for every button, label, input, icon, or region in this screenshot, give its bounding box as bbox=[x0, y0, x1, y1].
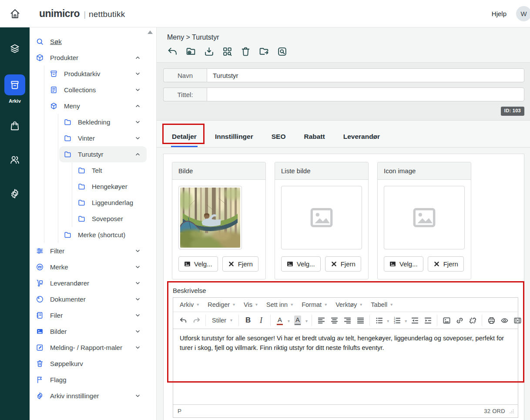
editor-menu-rediger[interactable]: Rediger▾ bbox=[203, 299, 239, 310]
editor-menu-vis[interactable]: Vis▾ bbox=[239, 299, 262, 310]
nav-item-collections[interactable]: Collections bbox=[30, 82, 156, 98]
nav-item-dokumenter[interactable]: Dokumenter bbox=[30, 291, 156, 307]
nav-item-produktarkiv[interactable]: Produktarkiv bbox=[30, 66, 156, 82]
nav-item-arkiv-innstillinger[interactable]: Arkiv innstillinger bbox=[30, 388, 156, 404]
insert-image-button[interactable] bbox=[440, 314, 453, 326]
move-folder-button[interactable] bbox=[258, 46, 269, 57]
select-image-button[interactable]: Velg... bbox=[178, 256, 218, 272]
layers-icon[interactable] bbox=[9, 43, 20, 54]
editor-menu-tabell[interactable]: Tabell▾ bbox=[366, 299, 397, 310]
nav-item-merke[interactable]: Merke bbox=[30, 259, 156, 275]
bullet-list-button[interactable] bbox=[372, 314, 386, 326]
tab-leverand-r[interactable]: Leverandør bbox=[342, 133, 381, 147]
chevron-down-icon[interactable] bbox=[135, 345, 141, 350]
nav-item-turutstyr[interactable]: Turutstyr bbox=[30, 146, 156, 162]
back-button[interactable] bbox=[167, 46, 178, 57]
gear-icon[interactable] bbox=[9, 188, 20, 199]
nav-item-melding-rapport-maler[interactable]: Melding- / Rapport-maler bbox=[30, 339, 156, 356]
avatar[interactable]: W bbox=[516, 6, 530, 21]
chevron-up-icon[interactable] bbox=[135, 103, 141, 109]
chevron-down-icon[interactable] bbox=[135, 87, 141, 93]
remove-image-button[interactable]: Fjern bbox=[325, 256, 361, 272]
chevron-down-icon[interactable] bbox=[135, 119, 141, 125]
nav-item-telt[interactable]: Telt bbox=[30, 162, 156, 178]
insert-media-button[interactable] bbox=[511, 314, 524, 326]
nav-item-bilder[interactable]: Bilder bbox=[30, 323, 156, 339]
nav-item-s-ppelkurv[interactable]: Søppelkurv bbox=[30, 356, 156, 372]
chevron-down-icon[interactable] bbox=[135, 312, 141, 318]
styles-select[interactable]: Stiler▾ bbox=[208, 315, 236, 326]
bullet-list-dropdown[interactable]: ▾ bbox=[386, 317, 390, 324]
title-input[interactable] bbox=[207, 87, 524, 101]
nav-item-merke-shortcut[interactable]: Merke (shortcut) bbox=[30, 227, 156, 243]
nav-item-vinter[interactable]: Vinter bbox=[30, 130, 156, 146]
text-color-dropdown[interactable]: ▾ bbox=[286, 317, 291, 324]
chevron-down-icon[interactable] bbox=[135, 329, 141, 334]
chevron-down-icon[interactable] bbox=[135, 71, 141, 77]
editor-menu-sett-inn[interactable]: Sett inn▾ bbox=[262, 299, 297, 310]
background-color-dropdown[interactable]: ▾ bbox=[304, 317, 309, 324]
remove-image-button[interactable]: Fjern bbox=[222, 256, 258, 272]
nav-item-filter[interactable]: Filter bbox=[30, 243, 156, 259]
chevron-down-icon[interactable] bbox=[135, 264, 141, 270]
nav-item-bekledning[interactable]: Bekledning bbox=[30, 114, 156, 130]
insert-link-button[interactable] bbox=[453, 314, 466, 326]
numbered-list-button[interactable]: 123 bbox=[390, 314, 403, 326]
rail-button-arkiv[interactable] bbox=[4, 74, 25, 95]
preview-search-button[interactable] bbox=[277, 46, 288, 57]
nav-item-flagg[interactable]: Flagg bbox=[30, 372, 156, 388]
redo-button[interactable] bbox=[190, 314, 203, 326]
nav-item-soveposer[interactable]: Soveposer bbox=[30, 211, 156, 227]
align-justify-button[interactable] bbox=[354, 314, 367, 326]
tab-seo[interactable]: SEO bbox=[271, 133, 287, 147]
help-link[interactable]: Hjelp bbox=[492, 10, 507, 17]
editor-menu-arkiv[interactable]: Arkiv▾ bbox=[175, 299, 203, 310]
nav-item-leverand-rer[interactable]: Leverandører bbox=[30, 275, 156, 291]
editor-menu-format[interactable]: Format▾ bbox=[297, 299, 331, 310]
chevron-down-icon[interactable] bbox=[135, 393, 141, 399]
chevron-up-icon[interactable] bbox=[135, 151, 141, 157]
select-image-button[interactable]: Velg... bbox=[281, 256, 321, 272]
tab-rabatt[interactable]: Rabatt bbox=[303, 133, 325, 147]
print-button[interactable] bbox=[485, 314, 498, 326]
import-button[interactable] bbox=[204, 46, 215, 57]
chevron-down-icon[interactable] bbox=[135, 248, 141, 254]
nav-item-produkter[interactable]: Produkter bbox=[30, 50, 156, 66]
add-folder-button[interactable] bbox=[185, 46, 196, 57]
text-color-button[interactable]: A bbox=[273, 314, 286, 326]
resize-grip-icon[interactable] bbox=[510, 409, 514, 413]
chevron-down-icon[interactable] bbox=[135, 296, 141, 302]
italic-button[interactable]: I bbox=[255, 314, 268, 326]
align-center-button[interactable] bbox=[328, 314, 341, 326]
bold-button[interactable]: B bbox=[242, 314, 255, 326]
tab-innstillinger[interactable]: Innstillinger bbox=[214, 133, 254, 147]
preview-button[interactable] bbox=[498, 314, 511, 326]
word-count[interactable]: 32 ORD bbox=[484, 408, 505, 414]
editor-content[interactable]: Utforsk turutstyr for alle sesonger! Vi … bbox=[173, 329, 518, 404]
editor-menu-verkt-y[interactable]: Verktøy▾ bbox=[331, 299, 366, 310]
name-input[interactable] bbox=[207, 68, 524, 82]
undo-button[interactable] bbox=[177, 314, 190, 326]
outdent-button[interactable] bbox=[408, 314, 421, 326]
home-button[interactable] bbox=[0, 8, 30, 20]
chevron-down-icon[interactable] bbox=[135, 135, 141, 141]
nav-item-meny[interactable]: Meny bbox=[30, 98, 156, 114]
tab-detaljer[interactable]: Detaljer bbox=[171, 133, 198, 147]
numbered-list-dropdown[interactable]: ▾ bbox=[403, 317, 408, 324]
remove-image-button[interactable]: Fjern bbox=[428, 256, 464, 272]
chevron-up-icon[interactable] bbox=[135, 55, 141, 60]
nav-item-liggeunderlag[interactable]: Liggeunderlag bbox=[30, 195, 156, 211]
nav-item-filer[interactable]: Filer bbox=[30, 307, 156, 323]
users-icon[interactable] bbox=[9, 154, 20, 165]
remove-link-button[interactable] bbox=[466, 314, 479, 326]
align-right-button[interactable] bbox=[341, 314, 354, 326]
nav-item-s-k[interactable]: Søk bbox=[30, 34, 156, 50]
browse-products-button[interactable] bbox=[222, 46, 233, 57]
bag-icon[interactable] bbox=[9, 120, 20, 131]
align-left-button[interactable] bbox=[315, 314, 328, 326]
chevron-down-icon[interactable] bbox=[135, 280, 141, 286]
background-color-button[interactable]: A bbox=[291, 314, 304, 326]
select-image-button[interactable]: Velg... bbox=[384, 256, 423, 272]
delete-button[interactable] bbox=[240, 46, 251, 57]
nav-item-hengek-yer[interactable]: Hengekøyer bbox=[30, 178, 156, 195]
